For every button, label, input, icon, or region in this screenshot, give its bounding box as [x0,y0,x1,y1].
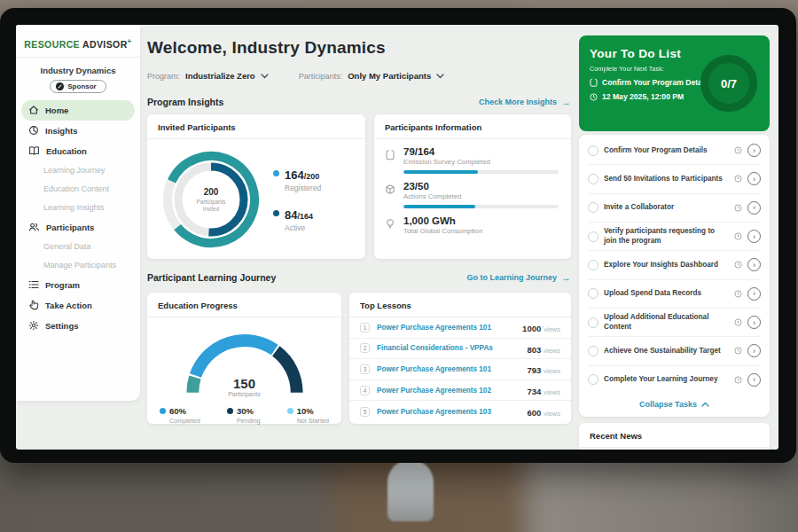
sidebar-item-participants[interactable]: Participants [16,217,140,238]
views-label: views [544,325,560,333]
lesson-rank: 1 [360,323,370,332]
gauge-center: 150 Participants [178,376,311,397]
task-go-button[interactable]: › [747,258,761,271]
collapse-tasks-link[interactable]: Collapse Tasks [588,394,761,415]
task-go-button[interactable]: › [747,373,761,387]
lesson-link[interactable]: Power Purchase Agreements 101 [377,365,520,373]
logo-plus: + [128,37,132,45]
task-row: Confirm Your Program Details › [588,137,761,165]
task-checkbox[interactable] [588,288,598,299]
task-checkbox[interactable] [588,145,598,156]
task-go-button[interactable]: › [747,144,761,157]
task-checkbox[interactable] [588,260,598,270]
sidebar-nav: Home Insights Education Learning Journey… [16,100,140,336]
task-go-button[interactable]: › [747,172,761,185]
learning-journey-title: Participant Learning Journey [147,272,276,283]
sidebar-item-label: Program [45,280,80,290]
collapse-tasks-label: Collapse Tasks [639,400,697,409]
task-checkbox[interactable] [588,231,598,242]
education-progress-legend: 60% Completed 30% Pending 10% Not Starte… [147,397,341,425]
task-go-button[interactable]: › [747,201,761,215]
survey-icon [385,149,395,160]
lesson-rank: 5 [360,407,370,417]
recent-news-card: Recent News [579,423,770,450]
lesson-link[interactable]: Power Purchase Agreements 102 [377,387,520,395]
lesson-row: 4 Power Purchase Agreements 102 734views [349,380,571,402]
task-label: Complete Your Learning Journey [604,375,729,384]
task-go-button[interactable]: › [747,316,761,329]
emission-survey-value: 79/164 [403,146,559,157]
monitor-stand [387,459,434,521]
actions-completed-label: Actions Completed [403,192,559,200]
lesson-link[interactable]: Financial Considerations - VPPAs [377,344,520,352]
task-go-button[interactable]: › [747,287,761,301]
task-go-button[interactable]: › [747,344,761,357]
task-label: Explore Your Insights Dashboard [604,261,729,270]
lesson-link[interactable]: Power Purchase Agreements 103 [377,408,520,416]
active-total: /164 [297,212,313,221]
top-lessons-card: Top Lessons 1 Power Purchase Agreements … [349,293,571,424]
sidebar-item-education[interactable]: Education [16,141,140,161]
sidebar-item-label: Home [45,106,68,115]
stat-actions-completed: 23/50 Actions Completed [374,174,571,208]
lesson-row: 3 Power Purchase Agreements 101 793views [349,359,571,380]
donut-legend: 164/200 Registered 84/164 Active [273,167,321,232]
sponsor-badge-label: Sponsor [67,82,96,90]
sidebar-item-learning-journey[interactable]: Learning Journey [16,161,140,180]
lesson-views: 600 [527,408,541,418]
app-logo: RESOURCE ADVISOR+ [16,34,140,58]
check-more-insights-link[interactable]: Check More Insights → [479,97,571,107]
sidebar-item-program[interactable]: Program [16,275,140,295]
go-to-learning-journey-link[interactable]: Go to Learning Journey → [466,272,571,283]
screen: RESOURCE ADVISOR+ Industry Dynamics Spon… [16,25,778,450]
clock-icon [590,93,598,101]
participants-dropdown[interactable]: Participants: Only My Participants [299,71,445,81]
task-checkbox[interactable] [588,317,598,328]
task-checkbox[interactable] [588,202,598,213]
registered-dot [273,170,279,176]
lesson-link[interactable]: Power Purchase Agreements 101 [377,324,515,332]
task-row: Complete Your Learning Journey › [588,366,761,394]
task-row: Send 50 Invitations to Participants › [588,165,761,193]
gear-icon [28,320,39,331]
registered-value: 164 [285,168,304,182]
go-to-learning-journey-label: Go to Learning Journey [466,273,557,282]
registered-total: /200 [304,172,320,181]
lesson-views: 1000 [522,324,541,333]
task-checkbox[interactable] [588,346,598,356]
registered-label: Registered [285,184,321,192]
sidebar: RESOURCE ADVISOR+ Industry Dynamics Spon… [16,25,140,401]
sidebar-item-settings[interactable]: Settings [16,316,140,336]
sidebar-item-home[interactable]: Home [21,100,135,121]
completed-dot [160,408,166,414]
lesson-rank: 4 [360,386,370,395]
sidebar-item-education-content[interactable]: Education Content [16,180,140,199]
pending-label: Pending [237,417,260,425]
task-row: Achieve One Sustainability Target › [588,337,761,365]
education-progress-gauge: 150 Participants [178,326,311,397]
task-go-button[interactable]: › [747,230,761,243]
program-dropdown[interactable]: Program: Industrialize Zero [147,71,269,81]
task-label: Upload Additional Educational Content [604,313,729,332]
task-checkbox[interactable] [588,174,598,184]
donut-center: 200 Participants Invited [161,150,261,249]
list-icon [28,279,39,290]
completed-pct: 60% [169,406,186,416]
task-checkbox[interactable] [588,374,598,385]
lesson-rank: 2 [360,343,370,353]
pending-pct: 30% [237,406,254,416]
sidebar-item-general-data[interactable]: General Data [16,238,140,256]
donut-center-label: Participants Invited [188,199,234,213]
invited-participants-body: 200 Participants Invited 164/200 Registe… [147,139,365,249]
sidebar-item-take-action[interactable]: Take Action [16,295,140,316]
monitor-bezel: RESOURCE ADVISOR+ Industry Dynamics Spon… [0,8,796,463]
todo-task-list: Confirm Your Program Details › Send 50 I… [579,135,770,417]
not-started-label: Not Started [297,417,329,425]
task-row: Verify participants requesting to join t… [588,223,761,251]
total-consumption-value: 1,000 GWh [403,215,559,226]
program-value: Industrialize Zero [185,71,255,81]
sidebar-item-manage-participants[interactable]: Manage Participants [16,256,140,275]
sponsor-badge[interactable]: Sponsor [50,80,106,93]
sidebar-item-learning-insights[interactable]: Learning Insights [16,199,140,217]
sidebar-item-insights[interactable]: Insights [16,121,140,141]
